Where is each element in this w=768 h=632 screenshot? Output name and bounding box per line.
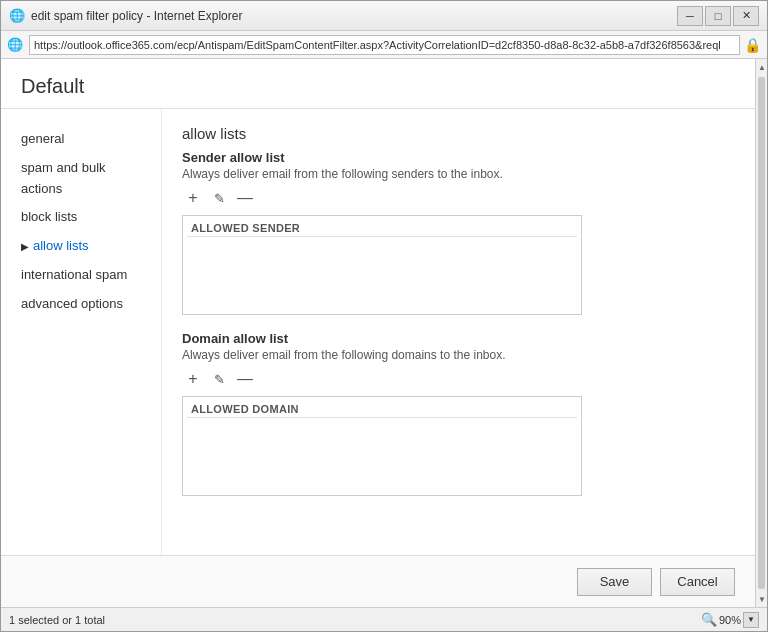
zoom-dropdown-button[interactable]: ▼	[743, 612, 759, 628]
lock-icon: 🔒	[744, 37, 761, 53]
dialog-footer: Save Cancel	[1, 555, 755, 607]
sidebar-item-spam-bulk-actions[interactable]: spam and bulk actions	[1, 154, 161, 204]
content-area: Default general spam and bulk actions bl…	[1, 59, 767, 631]
close-icon: ✕	[742, 9, 751, 22]
domain-remove-button[interactable]: —	[234, 368, 256, 390]
sidebar-item-international-spam[interactable]: international spam	[1, 261, 161, 290]
status-bar: 1 selected or 1 total 🔍 90% ▼	[1, 607, 767, 631]
minimize-button[interactable]: ─	[677, 6, 703, 26]
zoom-control: 🔍 90% ▼	[701, 612, 759, 628]
cancel-button[interactable]: Cancel	[660, 568, 735, 596]
sender-allow-list-section: Sender allow list Always deliver email f…	[182, 150, 735, 315]
dialog-body: Default general spam and bulk actions bl…	[1, 59, 755, 607]
domain-allow-list-label: Domain allow list	[182, 331, 735, 346]
window-title: edit spam filter policy - Internet Explo…	[31, 9, 677, 23]
dialog-title: Default	[21, 75, 84, 97]
sender-allow-list-desc: Always deliver email from the following …	[182, 167, 735, 181]
sidebar: general spam and bulk actions block list…	[1, 109, 161, 555]
sidebar-label-general: general	[21, 129, 64, 150]
browser-window: 🌐 edit spam filter policy - Internet Exp…	[0, 0, 768, 632]
domain-allow-list-desc: Always deliver email from the following …	[182, 348, 735, 362]
active-arrow-icon: ▶	[21, 239, 29, 255]
right-scrollbar[interactable]: ▲ ▼	[755, 59, 767, 607]
sender-remove-button[interactable]: —	[234, 187, 256, 209]
edit-icon: ✎	[214, 191, 225, 206]
remove-icon: —	[237, 189, 253, 207]
scroll-down-arrow[interactable]: ▼	[756, 591, 767, 607]
sidebar-item-allow-lists[interactable]: ▶ allow lists	[1, 232, 161, 261]
domain-edit-icon: ✎	[214, 372, 225, 387]
sender-allow-list-box[interactable]: ALLOWED SENDER	[182, 215, 582, 315]
zoom-level: 90%	[719, 614, 741, 626]
sidebar-item-block-lists[interactable]: block lists	[1, 203, 161, 232]
sender-add-button[interactable]: +	[182, 187, 204, 209]
page-icon: 🌐	[7, 37, 23, 53]
sidebar-label-block-lists: block lists	[21, 207, 77, 228]
sidebar-item-general[interactable]: general	[1, 125, 161, 154]
domain-toolbar: + ✎ —	[182, 368, 735, 390]
domain-add-button[interactable]: +	[182, 368, 204, 390]
domain-remove-icon: —	[237, 370, 253, 388]
main-panel: allow lists Sender allow list Always del…	[161, 109, 755, 555]
browser-icon: 🌐	[9, 8, 25, 24]
dialog-main: general spam and bulk actions block list…	[1, 109, 755, 555]
scroll-up-arrow[interactable]: ▲	[756, 59, 767, 75]
status-text: 1 selected or 1 total	[9, 614, 105, 626]
sidebar-label-allow-lists: allow lists	[33, 236, 89, 257]
domain-column-header: ALLOWED DOMAIN	[187, 401, 577, 418]
sidebar-item-advanced-options[interactable]: advanced options	[1, 290, 161, 319]
sidebar-label-spam-bulk-actions: spam and bulk actions	[21, 158, 141, 200]
save-button[interactable]: Save	[577, 568, 652, 596]
section-title: allow lists	[182, 125, 735, 142]
address-bar: 🌐 🔒	[1, 31, 767, 59]
dialog-header: Default	[1, 59, 755, 109]
sidebar-label-international-spam: international spam	[21, 265, 127, 286]
minimize-icon: ─	[686, 10, 694, 22]
sidebar-label-advanced-options: advanced options	[21, 294, 123, 315]
sender-edit-button[interactable]: ✎	[208, 187, 230, 209]
domain-edit-button[interactable]: ✎	[208, 368, 230, 390]
close-button[interactable]: ✕	[733, 6, 759, 26]
window-controls: ─ □ ✕	[677, 6, 759, 26]
address-input[interactable]	[29, 35, 740, 55]
maximize-icon: □	[715, 10, 722, 22]
zoom-icon: 🔍	[701, 612, 717, 627]
maximize-button[interactable]: □	[705, 6, 731, 26]
title-bar: 🌐 edit spam filter policy - Internet Exp…	[1, 1, 767, 31]
domain-allow-list-section: Domain allow list Always deliver email f…	[182, 331, 735, 496]
add-icon: +	[188, 189, 197, 207]
sender-column-header: ALLOWED SENDER	[187, 220, 577, 237]
domain-add-icon: +	[188, 370, 197, 388]
scroll-thumb[interactable]	[758, 77, 765, 589]
domain-allow-list-box[interactable]: ALLOWED DOMAIN	[182, 396, 582, 496]
sender-allow-list-label: Sender allow list	[182, 150, 735, 165]
sender-toolbar: + ✎ —	[182, 187, 735, 209]
